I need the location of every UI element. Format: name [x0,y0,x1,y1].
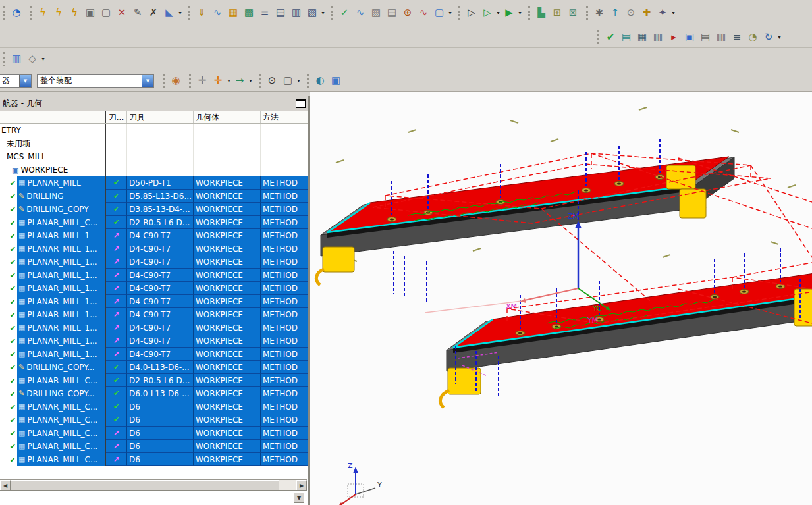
post-process-button[interactable]: ▥ [288,5,304,21]
toolbar-drag-handle[interactable] [331,6,333,20]
snap-vector-button[interactable]: → [232,73,248,89]
toolbar-drag-handle[interactable] [458,6,460,20]
toolbar-drag-handle[interactable] [307,74,309,88]
snap-vector-dropdown[interactable]: ▾ [248,78,254,84]
column-header-tool[interactable]: 刀具 [127,111,194,123]
operation-row[interactable]: ✔✎DRILLING_COPY✔D3.85-13-D4-...WORKPIECE… [0,203,308,216]
delete-object-button[interactable]: ✗ [146,5,161,21]
operation-row[interactable]: ✔▦PLANAR_MILL_C...✔D6WORKPIECEMETHOD [0,413,308,427]
operation-row[interactable]: ✔▦PLANAR_MILL_1↗D4-C90-T7WORKPIECEMETHOD [0,229,308,242]
column-header-geometry[interactable]: 几何体 [194,111,261,123]
operation-row[interactable]: ✔▦PLANAR_MILL_C...✔D6WORKPIECEMETHOD [0,400,308,413]
assembly-constraints-button[interactable]: ◇ [24,51,40,67]
operation-row[interactable]: ✔▦PLANAR_MILL_1...↗D4-C90-T7WORKPIECEMET… [0,308,308,321]
toolbar-drag-handle[interactable] [259,74,261,88]
tool-crib-button[interactable]: ⊠ [565,5,581,21]
analysis-board-button[interactable]: ▤ [618,29,634,45]
program-order-view-button[interactable]: ✓ [337,5,352,21]
type-filter-dropdown[interactable]: ▼ [19,75,31,87]
snap-point-options-dropdown[interactable]: ▾ [226,78,232,84]
operation-row[interactable]: ✔▦PLANAR_MILL✔D50-PD-T1WORKPIECEMETHOD [0,176,308,190]
toolbar-drag-handle[interactable] [3,52,5,66]
navigator-window-button[interactable]: ▥ [9,51,24,67]
operation-row[interactable]: ✔▦PLANAR_MILL_1...↗D4-C90-T7WORKPIECEMET… [0,242,308,255]
play-to-button[interactable]: ▶ [501,5,517,21]
columns-view-button[interactable]: ▥ [713,29,729,45]
curve-tool-button[interactable]: ∿ [416,5,431,21]
shaded-view-button[interactable]: ◐ [312,73,328,89]
tree-row[interactable]: ▣WORKPIECE [0,163,308,176]
operation-row[interactable]: ✔▦PLANAR_MILL_1...↗D4-C90-T7WORKPIECEMET… [0,255,308,269]
list-toolpath-button[interactable]: ≡ [257,5,273,21]
dialog-box-button[interactable]: ▢ [431,5,447,21]
operation-row[interactable]: ✔▦PLANAR_MILL_C...↗D6WORKPIECEMETHOD [0,453,308,466]
flag-note-button[interactable]: ▸ [666,29,682,45]
reset-transform-dropdown[interactable]: ▾ [776,34,782,40]
customize-menu-dropdown[interactable]: ▾ [670,10,676,16]
machine-tool-view-button[interactable]: ∿ [352,5,368,21]
toolbar-drag-handle[interactable] [586,6,588,20]
horizontal-scrollbar[interactable]: ◀ ▶ [0,479,307,491]
operation-row[interactable]: ✔▦PLANAR_MILL_1...↗D4-C90-T7WORKPIECEMET… [0,334,308,348]
play-dropdown[interactable]: ▾ [495,10,501,16]
scroll-right-button[interactable]: ▶ [296,480,307,491]
viewport-3d-canvas[interactable]: XM YC YM ZM Z Y [310,92,812,505]
chart-history-button[interactable]: ▙ [533,5,549,21]
operation-row[interactable]: ✔▦PLANAR_MILL_1...↗D4-C90-T7WORKPIECEMET… [0,282,308,295]
restore-button[interactable] [296,99,306,108]
operation-row[interactable]: ✔✎DRILLING✔D5.85-L13-D6...WORKPIECEMETHO… [0,190,308,203]
operation-row[interactable]: ✔▦PLANAR_MILL_1...↗D4-C90-T7WORKPIECEMET… [0,269,308,282]
toolbar-drag-handle[interactable] [188,6,190,20]
paste-object-button[interactable]: ▢ [98,5,114,21]
history-clock-button[interactable]: ◔ [745,29,761,45]
toolbar-drag-handle[interactable] [3,6,5,20]
toolbar-drag-handle[interactable] [163,74,165,88]
operation-row[interactable]: ✔▦PLANAR_MILL_1...↗D4-C90-T7WORKPIECEMET… [0,348,308,361]
scroll-left-button[interactable]: ◀ [0,480,11,491]
generate-toolpath-button[interactable]: ⇓ [194,5,209,21]
dialog-box-dropdown[interactable]: ▾ [447,10,453,16]
scroll-down-button[interactable]: ▼ [294,492,304,503]
wcs-display-button[interactable]: ⊕ [400,5,416,21]
verify-toolpath-button[interactable]: ▦ [225,5,241,21]
point-on-curve-button[interactable]: ⊙ [264,73,280,89]
binoculars-search-button[interactable]: ◉ [168,73,184,89]
type-filter-combo[interactable]: 器 ▼ [0,74,32,88]
operation-row[interactable]: ✔▦PLANAR_MILL_1...↗D4-C90-T7WORKPIECEMET… [0,295,308,308]
operation-row[interactable]: ✔▦PLANAR_MILL_1...↗D4-C90-T7WORKPIECEMET… [0,321,308,334]
assembly-constraints-dropdown[interactable]: ▾ [40,56,46,62]
nx-gateway-button[interactable]: ◔ [9,5,24,21]
operation-row[interactable]: ✔▦PLANAR_MILL_C...↗D6WORKPIECEMETHOD [0,427,308,440]
column-header-name[interactable] [0,111,106,123]
page-doc-button[interactable]: ▤ [697,29,713,45]
reset-transform-button[interactable]: ↻ [761,29,776,45]
attach-clip-button[interactable]: ✚ [639,5,655,21]
scrollbar-thumb[interactable] [11,480,279,491]
tree-row[interactable]: ETRY [0,124,308,137]
selection-rectangle-dropdown[interactable]: ▾ [296,78,302,84]
create-geometry-button[interactable]: ϟ [67,5,82,21]
play-flag-button[interactable]: ▷ [464,5,479,21]
column-header-tool-status[interactable]: 刀... [106,111,127,123]
window-view-button[interactable]: ▣ [682,29,697,45]
find-magnifier-button[interactable]: ⊙ [623,5,639,21]
play-to-dropdown[interactable]: ▾ [517,10,523,16]
method-view-button[interactable]: ▤ [384,5,400,21]
play-button[interactable]: ▷ [479,5,495,21]
copy-object-button[interactable]: ▣ [82,5,98,21]
layer-list-button[interactable]: ≡ [729,29,745,45]
navigator-titlebar[interactable]: 航器 - 几何 [0,96,308,111]
operation-row[interactable]: ✔▦PLANAR_MILL_C...↗D6WORKPIECEMETHOD [0,440,308,453]
shop-documentation-button[interactable]: ▧ [304,5,320,21]
work-layer-button[interactable]: ▣ [328,73,344,89]
spreadsheet-button[interactable]: ▥ [650,29,666,45]
create-tool-button[interactable]: ϟ [51,5,67,21]
output-clsf-button[interactable]: ▤ [273,5,288,21]
tree-row[interactable]: 未用项 [0,137,308,150]
operation-row[interactable]: ✔▦PLANAR_MILL_C...✔D2-R0.5-L6-D...WORKPI… [0,216,308,229]
edit-object-button[interactable]: ✎ [130,5,146,21]
info-grid-button[interactable]: ▦ [634,29,650,45]
snap-point-button[interactable]: ✛ [194,73,210,89]
confirm-check-button[interactable]: ✔ [603,29,618,45]
scrollbar-track[interactable] [279,480,296,491]
